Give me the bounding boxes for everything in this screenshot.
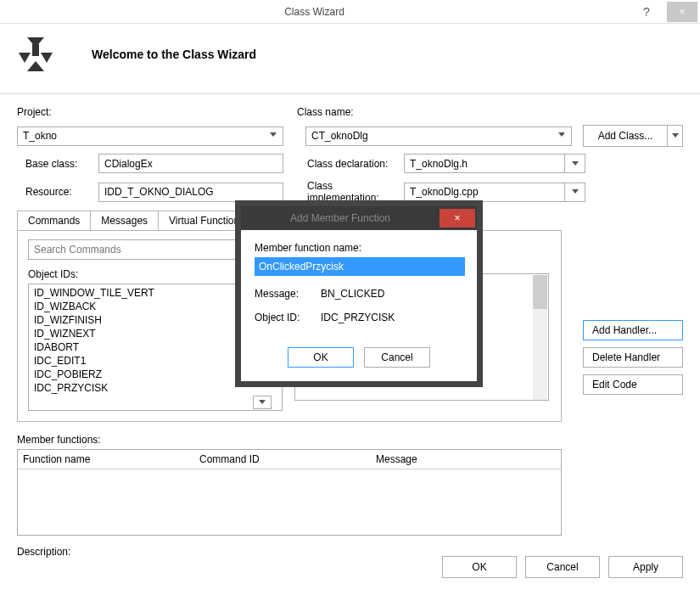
add-handler-button[interactable]: Add Handler... bbox=[583, 320, 683, 340]
add-member-function-dialog: Add Member Function × Member function na… bbox=[235, 200, 483, 387]
classdecl-dropdown-button[interactable] bbox=[565, 154, 585, 173]
grid-col-command-id[interactable]: Command ID bbox=[199, 453, 376, 465]
wizard-header: Welcome to the Class Wizard bbox=[0, 24, 700, 94]
project-value: T_okno bbox=[23, 130, 57, 142]
wizard-welcome-title: Welcome to the Class Wizard bbox=[92, 48, 256, 61]
cancel-button[interactable]: Cancel bbox=[525, 556, 600, 578]
classimpl-field[interactable]: T_oknoDlg.cpp bbox=[404, 183, 565, 202]
svg-marker-7 bbox=[672, 133, 679, 138]
scrollbar-thumb[interactable] bbox=[533, 275, 547, 309]
modal-titlebar: Add Member Function × bbox=[241, 206, 477, 230]
baseclass-label: Base class: bbox=[17, 158, 98, 170]
classimpl-dropdown-button[interactable] bbox=[565, 183, 585, 202]
apply-button[interactable]: Apply bbox=[608, 556, 683, 578]
modal-close-button[interactable]: × bbox=[440, 209, 475, 228]
svg-marker-10 bbox=[259, 400, 266, 404]
delete-handler-button[interactable]: Delete Handler bbox=[583, 347, 683, 368]
svg-rect-1 bbox=[32, 44, 39, 56]
baseclass-field[interactable]: CDialogEx bbox=[98, 154, 283, 173]
project-combo[interactable]: T_okno bbox=[17, 126, 283, 146]
modal-objectid-label: Object ID: bbox=[255, 312, 321, 323]
classname-label: Class name: bbox=[297, 106, 382, 118]
member-functions-grid[interactable]: Function name Command ID Message bbox=[17, 449, 562, 536]
wizard-icon bbox=[14, 32, 58, 76]
add-class-button[interactable]: Add Class... bbox=[583, 125, 668, 147]
grid-header: Function name Command ID Message bbox=[18, 450, 561, 469]
tab-commands[interactable]: Commands bbox=[18, 211, 91, 230]
chevron-down-icon bbox=[557, 131, 566, 139]
modal-message-label: Message: bbox=[255, 288, 321, 300]
classdecl-field[interactable]: T_oknoDlg.h bbox=[404, 154, 565, 173]
tab-messages[interactable]: Messages bbox=[91, 211, 159, 230]
ok-button[interactable]: OK bbox=[442, 556, 517, 578]
help-button[interactable]: ? bbox=[631, 2, 662, 22]
modal-cancel-button[interactable]: Cancel bbox=[364, 347, 430, 368]
svg-marker-5 bbox=[270, 132, 277, 137]
close-button[interactable]: × bbox=[667, 2, 697, 22]
classname-combo[interactable]: CT_oknoDlg bbox=[305, 126, 572, 146]
member-functions-label: Member functions: bbox=[17, 434, 683, 446]
modal-title: Add Member Function bbox=[241, 212, 440, 224]
project-label: Project: bbox=[17, 106, 102, 118]
classdecl-label: Class declaration: bbox=[283, 158, 404, 170]
close-icon: × bbox=[454, 212, 460, 224]
modal-objectid-value: IDC_PRZYCISK bbox=[321, 312, 395, 323]
svg-marker-2 bbox=[19, 53, 31, 63]
svg-marker-3 bbox=[41, 53, 53, 63]
svg-marker-6 bbox=[558, 132, 565, 137]
add-class-split-arrow[interactable] bbox=[668, 125, 683, 147]
grid-col-function-name[interactable]: Function name bbox=[23, 453, 199, 465]
modal-ok-button[interactable]: OK bbox=[288, 347, 354, 368]
resource-field[interactable]: IDD_T_OKNO_DIALOG bbox=[98, 183, 283, 202]
titlebar: Class Wizard ? × bbox=[0, 0, 700, 24]
modal-message-value: BN_CLICKED bbox=[321, 288, 384, 300]
spin-down-icon[interactable] bbox=[253, 396, 272, 409]
edit-code-button[interactable]: Edit Code bbox=[583, 374, 683, 395]
svg-marker-4 bbox=[27, 61, 44, 71]
tab-strip: Commands Messages Virtual Functions bbox=[17, 211, 256, 230]
svg-marker-8 bbox=[572, 161, 579, 166]
chevron-down-icon bbox=[269, 131, 277, 139]
member-function-name-label: Member function name: bbox=[255, 242, 463, 254]
svg-marker-9 bbox=[572, 189, 579, 194]
classname-value: CT_oknoDlg bbox=[311, 130, 368, 142]
member-function-name-input[interactable]: OnClickedPrzycisk bbox=[255, 257, 465, 276]
grid-col-message[interactable]: Message bbox=[376, 453, 546, 465]
window-title: Class Wizard bbox=[0, 6, 629, 18]
resource-label: Resource: bbox=[17, 186, 98, 198]
